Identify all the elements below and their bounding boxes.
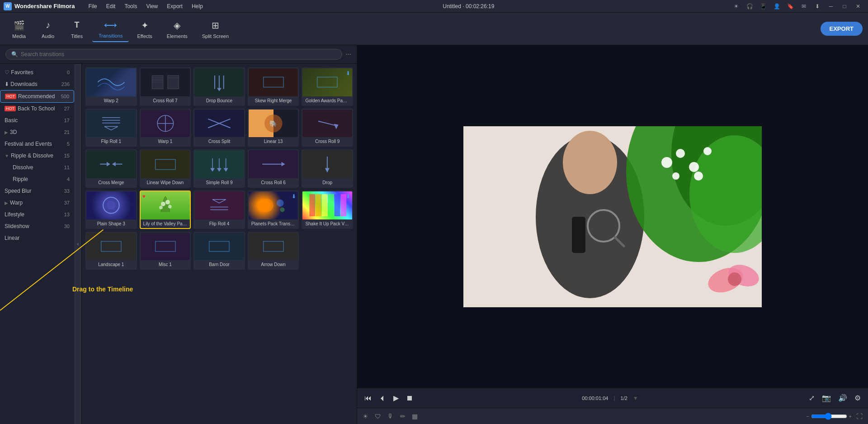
stop-button[interactable]: ⏹ xyxy=(404,392,415,404)
transition-item-crossroll7[interactable]: Cross Roll 7 xyxy=(140,67,191,106)
toolbar-effects[interactable]: ✦ Effects xyxy=(131,16,158,42)
menu-edit[interactable]: Edit xyxy=(102,3,120,10)
phone-icon[interactable]: 📱 xyxy=(757,1,769,12)
menu-export[interactable]: Export xyxy=(162,3,187,10)
sidebar-item-speedblur[interactable]: Speed Blur 33 xyxy=(0,185,74,197)
sidebar-item-3d[interactable]: ▶ 3D 21 xyxy=(0,126,74,138)
transition-item-fliproll1[interactable]: Flip Roll 1 xyxy=(85,109,137,147)
mic-icon[interactable]: 🎙 xyxy=(386,412,396,421)
search-box[interactable]: 🔍 xyxy=(5,49,342,60)
download-badge: ⬇ xyxy=(346,193,350,200)
transition-item-fliproll4[interactable]: Flip Roll 4 xyxy=(193,191,245,229)
preview-fraction: 1/2 xyxy=(621,395,627,401)
sidebar-item-favorites[interactable]: ♡ Favorites 0 xyxy=(0,67,74,78)
search-input[interactable] xyxy=(21,51,336,57)
menu-tools[interactable]: Tools xyxy=(120,3,142,10)
mail-icon[interactable]: ✉ xyxy=(797,1,810,12)
sidebar-item-backtoschool[interactable]: HOT Back To School 27 xyxy=(0,103,74,114)
transition-item-lilyvalley[interactable]: ♥ Lily of the Valley Pac... xyxy=(140,191,191,229)
menu-help[interactable]: Help xyxy=(187,3,208,10)
sidebar-item-slideshow[interactable]: Slideshow 30 xyxy=(0,220,74,232)
transition-item-skewrightmerge[interactable]: Skew Right Merge xyxy=(248,67,299,106)
sidebar-item-dissolve[interactable]: Dissolve 11 xyxy=(0,162,74,173)
transition-item-warp1[interactable]: Warp 1 xyxy=(140,109,191,147)
headphone-icon[interactable]: 🎧 xyxy=(743,1,756,12)
sidebar-item-recommended[interactable]: HOT Recommended 500 xyxy=(0,90,74,103)
transition-item-landscape1[interactable]: Landscape 1 xyxy=(85,232,137,270)
sidebar-item-ripple-sub[interactable]: Ripple 4 xyxy=(0,173,74,185)
zoom-out-icon[interactable]: − xyxy=(806,414,809,419)
download-icon[interactable]: ⬇ xyxy=(811,1,824,12)
transition-thumb-crosssplit xyxy=(194,110,244,138)
step-back-button[interactable]: ⏴ xyxy=(377,392,388,404)
transition-item-warp2[interactable]: Warp 2 xyxy=(85,67,137,106)
dots-menu[interactable]: ⋯ xyxy=(346,51,351,57)
sidebar-item-downloads[interactable]: ⬇ Downloads 236 xyxy=(0,78,74,90)
minimize-button[interactable]: ─ xyxy=(825,1,837,12)
sidebar-collapse-button[interactable]: ‹ xyxy=(75,64,82,424)
menu-view[interactable]: View xyxy=(142,3,162,10)
expand-warp-icon: ▶ xyxy=(5,200,8,205)
menu-file[interactable]: File xyxy=(84,3,101,10)
transition-thumb-drop xyxy=(302,150,352,178)
transition-item-crossroll6[interactable]: Cross Roll 6 xyxy=(248,149,299,188)
svg-marker-37 xyxy=(281,162,285,167)
transition-item-crossmerge[interactable]: Cross Merge xyxy=(85,149,137,188)
brightness-icon[interactable]: ☀ xyxy=(361,412,370,421)
toolbar-split-screen[interactable]: ⊞ Split Screen xyxy=(196,16,235,42)
svg-marker-39 xyxy=(325,168,330,173)
transition-thumb-simpleroll9 xyxy=(194,150,244,178)
transition-item-shakeit[interactable]: ⬇ Shake It Up Pack Vol... xyxy=(302,191,353,229)
close-button[interactable]: ✕ xyxy=(852,1,864,12)
sidebar-item-festival[interactable]: Festival and Events 5 xyxy=(0,138,74,150)
transition-item-drop[interactable]: Drop xyxy=(302,149,353,188)
toolbar-audio[interactable]: ♪ Audio xyxy=(34,16,61,42)
zoom-slider[interactable] xyxy=(811,413,847,420)
sidebar-item-basic[interactable]: Basic 17 xyxy=(0,114,74,126)
sidebar-item-warp[interactable]: ▶ Warp 37 xyxy=(0,197,74,209)
transition-item-crossroll9[interactable]: Cross Roll 9 xyxy=(302,109,353,147)
transition-item-crosssplit[interactable]: Cross Split xyxy=(193,109,245,147)
toolbar-transitions[interactable]: ⟷ Transitions xyxy=(92,16,129,42)
volume-button[interactable]: 🔊 xyxy=(836,392,849,404)
transition-item-planets[interactable]: ⬇ Planets Pack Transiti... xyxy=(248,191,299,229)
sidebar-item-linear[interactable]: Linear xyxy=(0,232,74,244)
fit-screen-button[interactable]: ⤢ xyxy=(807,392,816,404)
snapshot-button[interactable]: 📷 xyxy=(820,392,833,404)
maximize-button[interactable]: □ xyxy=(838,1,851,12)
preview-controls: ⏮ ⏴ ▶ ⏹ 00:00:01:04 | 1/2 ▼ ⤢ 📷 🔊 ⚙ xyxy=(357,388,868,408)
transition-item-linearwipedown[interactable]: Linear Wipe Down xyxy=(140,149,191,188)
bookmark-icon[interactable]: 🔖 xyxy=(784,1,797,12)
svg-rect-60 xyxy=(209,241,229,251)
transition-item-barn1[interactable]: Barn Door xyxy=(193,232,245,270)
zoom-in-icon[interactable]: + xyxy=(849,414,852,419)
user-icon[interactable]: 👤 xyxy=(770,1,783,12)
sidebar-item-lifestyle[interactable]: Lifestyle 13 xyxy=(0,209,74,220)
play-button[interactable]: ▶ xyxy=(392,392,401,404)
transition-item-plainshape3[interactable]: Plain Shape 3 xyxy=(85,191,137,229)
edit-icon[interactable]: ✏ xyxy=(398,412,407,421)
transition-item-linear13[interactable]: 🐘 Linear 13 xyxy=(248,109,299,147)
skip-back-button[interactable]: ⏮ xyxy=(363,392,373,404)
transition-item-dropbounce[interactable]: Drop Bounce xyxy=(193,67,245,106)
toolbar-titles[interactable]: T Titles xyxy=(63,16,90,42)
transition-item-arrow1[interactable]: Arrow Down xyxy=(248,232,299,270)
layout-icon[interactable]: ▦ xyxy=(410,412,420,421)
toolbar: 🎬 Media ♪ Audio T Titles ⟷ Transitions ✦… xyxy=(0,13,868,45)
transition-item-simpleroll9[interactable]: Simple Roll 9 xyxy=(193,149,245,188)
toolbar-elements[interactable]: ◈ Elements xyxy=(160,16,194,42)
expand-ripple-icon: ▼ xyxy=(5,153,9,158)
zoom-control[interactable]: − + xyxy=(806,413,852,420)
expand-3d-icon: ▶ xyxy=(5,130,8,135)
fullscreen-icon[interactable]: ⛶ xyxy=(854,412,864,421)
transition-item-misc1[interactable]: Misc 1 xyxy=(140,232,191,270)
media-icon: 🎬 xyxy=(13,19,25,32)
audio-icon: ♪ xyxy=(42,19,54,32)
export-button[interactable]: EXPORT xyxy=(821,22,863,36)
settings-button[interactable]: ⚙ xyxy=(853,392,863,404)
transition-item-goldenawards[interactable]: ⬇ Golden Awards Pack ... xyxy=(302,67,353,106)
shield-icon[interactable]: 🛡 xyxy=(373,412,383,421)
toolbar-media[interactable]: 🎬 Media xyxy=(5,16,33,42)
sun-icon[interactable]: ☀ xyxy=(730,1,742,12)
sidebar-item-ripple[interactable]: ▼ Ripple & Dissolve 15 xyxy=(0,150,74,162)
